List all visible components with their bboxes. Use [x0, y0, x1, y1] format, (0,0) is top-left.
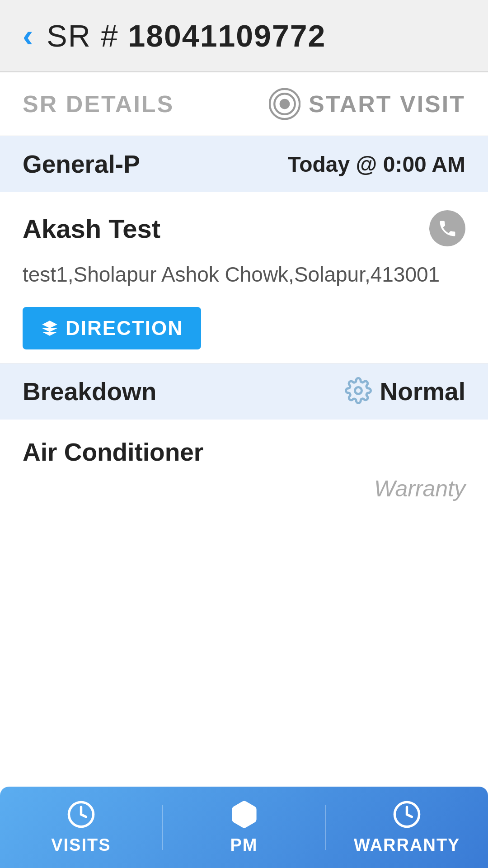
back-button[interactable]: ‹ — [23, 20, 33, 52]
breakdown-section-row: Breakdown Normal — [0, 363, 488, 420]
phone-button[interactable] — [429, 210, 465, 246]
customer-name-row: Akash Test — [23, 210, 465, 246]
box-icon — [230, 800, 259, 829]
svg-point-3 — [355, 387, 361, 394]
general-section-label: General-P — [23, 150, 140, 179]
breakdown-status: Normal — [380, 377, 466, 406]
product-area: Air Conditioner Warranty — [0, 420, 488, 515]
direction-label: DIRECTION — [66, 317, 183, 340]
warranty-tab-label: WARRANTY — [354, 835, 460, 855]
warranty-label: Warranty — [23, 476, 465, 502]
customer-address: test1,Sholapur Ashok Chowk,Solapur,41300… — [23, 260, 465, 289]
sr-details-bar: SR DETAILS START VISIT — [0, 72, 488, 136]
warranty-clock-icon — [392, 800, 422, 829]
start-visit-label: START VISIT — [309, 90, 465, 118]
header: ‹ SR # 18041109772 — [0, 0, 488, 72]
visits-label: VISITS — [51, 835, 111, 855]
tab-pm[interactable]: PM — [163, 800, 325, 855]
general-section-row: General-P Today @ 0:00 AM — [0, 136, 488, 192]
tab-bar: VISITS PM WARRANTY — [0, 787, 488, 868]
customer-content-area: Akash Test test1,Sholapur Ashok Chowk,So… — [0, 192, 488, 363]
direction-icon — [41, 319, 59, 337]
sr-number: SR # 18041109772 — [47, 18, 326, 53]
general-section-time: Today @ 0:00 AM — [287, 152, 465, 177]
visits-icon — [66, 800, 96, 831]
tab-visits[interactable]: VISITS — [0, 800, 162, 855]
start-visit-button[interactable]: START VISIT — [269, 88, 465, 120]
svg-point-2 — [280, 99, 290, 109]
phone-icon — [437, 218, 458, 239]
start-visit-icon — [269, 88, 300, 120]
direction-button[interactable]: DIRECTION — [23, 307, 201, 349]
product-name: Air Conditioner — [23, 438, 465, 467]
breakdown-label: Breakdown — [23, 377, 156, 406]
customer-name: Akash Test — [23, 213, 160, 244]
sr-details-label: SR DETAILS — [23, 90, 174, 118]
breakdown-right: Normal — [345, 377, 466, 406]
warranty-icon — [392, 800, 422, 831]
pm-label: PM — [230, 835, 258, 855]
tab-warranty[interactable]: WARRANTY — [326, 800, 488, 855]
gear-icon — [345, 377, 372, 406]
pm-icon — [230, 800, 259, 831]
clock-icon — [66, 800, 96, 829]
